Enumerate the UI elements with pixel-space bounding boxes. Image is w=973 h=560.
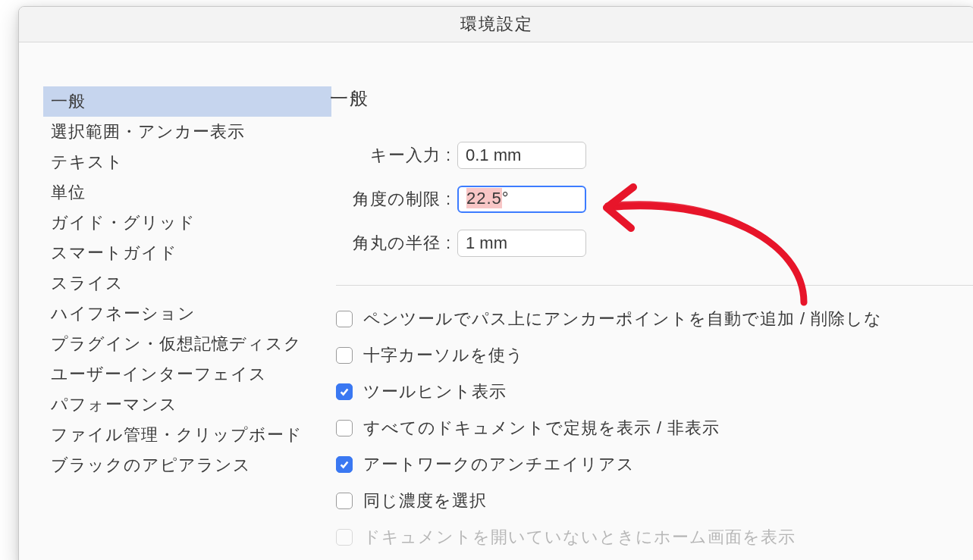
input-key-input[interactable] bbox=[457, 142, 586, 169]
label-corner-radius: 角丸の半径 : bbox=[322, 232, 457, 255]
checks-container: ペンツールでパス上にアンカーポイントを自動で追加 / 削除しな十字カーソルを使う… bbox=[322, 301, 973, 555]
sidebar-item-11[interactable]: ファイル管理・クリップボード bbox=[43, 420, 331, 450]
check-row-1: 十字カーソルを使う bbox=[322, 337, 973, 374]
field-row-angle-limit: 角度の制限 : 22.5° bbox=[322, 177, 973, 221]
sidebar-item-10[interactable]: パフォーマンス bbox=[43, 389, 331, 420]
sidebar-item-6[interactable]: スライス bbox=[43, 268, 331, 299]
check-row-4: アートワークのアンチエイリアス bbox=[322, 446, 973, 483]
content-panel: 一般 キー入力 : 角度の制限 : 22.5° 角丸の半径 : ペンツールでパス… bbox=[322, 42, 973, 560]
check-label-4: アートワークのアンチエイリアス bbox=[363, 453, 635, 476]
check-row-6: ドキュメントを開いていないときにホーム画面を表示 bbox=[322, 519, 973, 555]
check-label-6: ドキュメントを開いていないときにホーム画面を表示 bbox=[363, 526, 796, 549]
check-label-2: ツールヒント表示 bbox=[363, 380, 507, 403]
checkbox-0[interactable] bbox=[336, 311, 353, 327]
sidebar-item-3[interactable]: 単位 bbox=[43, 177, 331, 208]
field-row-corner-radius: 角丸の半径 : bbox=[322, 221, 973, 265]
divider bbox=[336, 285, 973, 286]
checkbox-3[interactable] bbox=[336, 420, 353, 436]
sidebar-item-8[interactable]: プラグイン・仮想記憶ディスク bbox=[43, 329, 331, 359]
sidebar-item-0[interactable]: 一般 bbox=[43, 86, 331, 117]
checkbox-1[interactable] bbox=[336, 347, 353, 364]
sidebar-item-12[interactable]: ブラックのアピアランス bbox=[43, 450, 331, 480]
checkbox-6[interactable] bbox=[336, 529, 353, 546]
check-label-1: 十字カーソルを使う bbox=[363, 344, 524, 367]
window-body: 一般選択範囲・アンカー表示テキスト単位ガイド・グリッドスマートガイドスライスハイ… bbox=[19, 42, 973, 560]
sidebar: 一般選択範囲・アンカー表示テキスト単位ガイド・グリッドスマートガイドスライスハイ… bbox=[19, 42, 322, 560]
check-row-0: ペンツールでパス上にアンカーポイントを自動で追加 / 削除しな bbox=[322, 301, 973, 337]
input-corner-radius[interactable] bbox=[457, 230, 586, 257]
input-angle-limit[interactable]: 22.5° bbox=[457, 186, 586, 213]
sidebar-item-2[interactable]: テキスト bbox=[43, 147, 331, 177]
check-row-3: すべてのドキュメントで定規を表示 / 非表示 bbox=[322, 410, 973, 446]
check-label-5: 同じ濃度を選択 bbox=[363, 490, 487, 512]
sidebar-item-7[interactable]: ハイフネーション bbox=[43, 299, 331, 329]
label-key-input: キー入力 : bbox=[322, 144, 457, 167]
check-row-5: 同じ濃度を選択 bbox=[322, 483, 973, 519]
field-row-key-input: キー入力 : bbox=[322, 133, 973, 177]
window-title: 環境設定 bbox=[19, 7, 973, 42]
section-title: 一般 bbox=[330, 86, 973, 111]
sidebar-item-5[interactable]: スマートガイド bbox=[43, 238, 331, 268]
label-angle-limit: 角度の制限 : bbox=[322, 188, 457, 211]
check-row-2: ツールヒント表示 bbox=[322, 374, 973, 410]
sidebar-item-4[interactable]: ガイド・グリッド bbox=[43, 208, 331, 238]
checkbox-5[interactable] bbox=[336, 493, 353, 509]
preferences-window: 環境設定 一般選択範囲・アンカー表示テキスト単位ガイド・グリッドスマートガイドス… bbox=[18, 6, 973, 560]
check-label-3: すべてのドキュメントで定規を表示 / 非表示 bbox=[363, 417, 720, 440]
check-label-0: ペンツールでパス上にアンカーポイントを自動で追加 / 削除しな bbox=[363, 308, 882, 330]
sidebar-list: 一般選択範囲・アンカー表示テキスト単位ガイド・グリッドスマートガイドスライスハイ… bbox=[43, 86, 331, 480]
checkbox-4[interactable] bbox=[336, 456, 353, 473]
checkbox-2[interactable] bbox=[336, 383, 353, 400]
sidebar-item-9[interactable]: ユーザーインターフェイス bbox=[43, 359, 331, 389]
sidebar-item-1[interactable]: 選択範囲・アンカー表示 bbox=[43, 117, 331, 147]
